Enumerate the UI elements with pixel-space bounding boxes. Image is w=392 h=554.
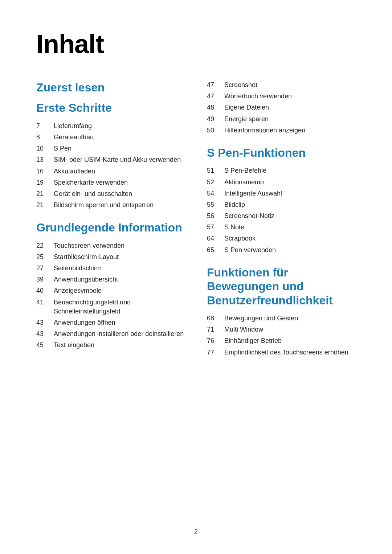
toc-number: 49 <box>207 115 224 124</box>
list-item: 56 Screenshot-Notiz <box>207 212 356 221</box>
toc-number: 71 <box>207 325 224 334</box>
toc-label: Intelligente Auswahl <box>224 189 282 198</box>
toc-label: Wörterbuch verwenden <box>224 92 292 101</box>
section-heading-spen-funktionen: S Pen-Funktionen <box>207 146 356 160</box>
toc-number: 43 <box>36 329 54 338</box>
toc-label: Bewegungen und Gesten <box>224 314 298 323</box>
toc-number: 22 <box>36 241 54 250</box>
toc-number: 76 <box>207 336 224 345</box>
toc-number: 68 <box>207 314 224 323</box>
toc-number: 47 <box>207 81 224 90</box>
toc-label: Startbildschirm-Layout <box>54 253 119 262</box>
list-item: 54 Intelligente Auswahl <box>207 189 356 198</box>
list-item: 43 Anwendungen installieren oder deinsta… <box>36 329 185 338</box>
list-item: 57 S Note <box>207 223 356 232</box>
list-item: 49 Energie sparen <box>207 115 356 124</box>
list-item: 25 Startbildschirm-Layout <box>36 253 185 262</box>
toc-number: 45 <box>36 341 54 350</box>
toc-label: Eigene Dateien <box>224 103 269 112</box>
toc-number: 65 <box>207 246 224 255</box>
list-item: 45 Text eingeben <box>36 341 185 350</box>
toc-number: 77 <box>207 348 224 357</box>
section-heading-erste-schritte: Erste Schritte <box>36 101 185 115</box>
toc-number: 47 <box>207 92 224 101</box>
toc-number: 56 <box>207 212 224 221</box>
toc-label: Energie sparen <box>224 115 269 124</box>
toc-number: 52 <box>207 178 224 187</box>
toc-number: 19 <box>36 178 54 187</box>
toc-label: S Pen-Befehle <box>224 166 266 175</box>
toc-label: Multi Window <box>224 325 263 334</box>
toc-label: S Pen verwenden <box>224 246 276 255</box>
toc-label: Screenshot <box>224 81 257 90</box>
list-item: 21 Bildschirm sperren und entsperren <box>36 201 185 210</box>
toc-number: 13 <box>36 155 54 164</box>
toc-label: Anwendungsübersicht <box>54 275 118 284</box>
section-heading-zuerst-lesen: Zuerst lesen <box>36 81 185 94</box>
toc-label: Hilfeinformationen anzeigen <box>224 126 305 135</box>
toc-label: Screenshot-Notiz <box>224 212 274 221</box>
toc-list-spen: 51 S Pen-Befehle 52 Aktionsmemo 54 Intel… <box>207 166 356 255</box>
list-item: 19 Speicherkarte verwenden <box>36 178 185 187</box>
list-item: 43 Anwendungen öffnen <box>36 318 185 327</box>
toc-label: SIM- oder USIM-Karte und Akku verwenden <box>54 155 181 164</box>
list-item: 65 S Pen verwenden <box>207 246 356 255</box>
toc-number: 55 <box>207 200 224 209</box>
toc-label: Anzeigesymbole <box>54 286 102 295</box>
list-item: 64 Scrapbook <box>207 234 356 243</box>
section-erste-schritte: Erste Schritte 7 Lieferumfang 8 Geräteau… <box>36 101 185 210</box>
toc-label: Touchscreen verwenden <box>54 241 124 250</box>
list-item: 8 Geräteaufbau <box>36 133 185 142</box>
toc-label: S Pen <box>54 144 72 153</box>
toc-number: 8 <box>36 133 54 142</box>
section-heading-bewegungen: Funktionen für Bewegungen und Benutzerfr… <box>207 266 356 307</box>
toc-list-erste-schritte: 7 Lieferumfang 8 Geräteaufbau 10 S Pen 1… <box>36 122 185 210</box>
list-item: 68 Bewegungen und Gesten <box>207 314 356 323</box>
toc-label: Bildschirm sperren und entsperren <box>54 201 154 210</box>
list-item: 47 Screenshot <box>207 81 356 90</box>
column-right: 47 Screenshot 47 Wörterbuch verwenden 48… <box>207 81 356 368</box>
list-item: 10 S Pen <box>36 144 185 153</box>
toc-number: 64 <box>207 234 224 243</box>
toc-number: 21 <box>36 189 54 198</box>
list-item: 22 Touchscreen verwenden <box>36 241 185 250</box>
toc-label: Einhändiger Betrieb <box>224 336 282 345</box>
toc-number: 39 <box>36 275 54 284</box>
section-spen-funktionen: S Pen-Funktionen 51 S Pen-Befehle 52 Akt… <box>207 146 356 255</box>
list-item: 77 Empfindlichkeit des Touchscreens erhö… <box>207 348 356 357</box>
toc-label: Lieferumfang <box>54 122 92 131</box>
list-item: 76 Einhändiger Betrieb <box>207 336 356 345</box>
list-item: 50 Hilfeinformationen anzeigen <box>207 126 356 135</box>
toc-list-bewegungen: 68 Bewegungen und Gesten 71 Multi Window… <box>207 314 356 357</box>
list-item: 39 Anwendungsübersicht <box>36 275 185 284</box>
toc-label: Seitenbildschirm <box>54 264 102 273</box>
list-item: 71 Multi Window <box>207 325 356 334</box>
list-item: 16 Akku aufladen <box>36 167 185 176</box>
toc-label: Anwendungen öffnen <box>54 318 115 327</box>
toc-number: 16 <box>36 167 54 176</box>
toc-list-continuation: 47 Screenshot 47 Wörterbuch verwenden 48… <box>207 81 356 135</box>
section-heading-grundlegende: Grundlegende Information <box>36 221 185 234</box>
page-title: Inhalt <box>36 29 356 59</box>
toc-label: Aktionsmemo <box>224 178 264 187</box>
list-item: 55 Bildclip <box>207 200 356 209</box>
list-item: 47 Wörterbuch verwenden <box>207 92 356 101</box>
section-zuerst-lesen: Zuerst lesen <box>36 81 185 94</box>
toc-number: 40 <box>36 286 54 295</box>
toc-number: 21 <box>36 201 54 210</box>
toc-label: Gerät ein- und ausschalten <box>54 189 132 198</box>
toc-number: 41 <box>36 298 54 307</box>
list-item: 13 SIM- oder USIM-Karte und Akku verwend… <box>36 155 185 164</box>
list-item: 40 Anzeigesymbole <box>36 286 185 295</box>
toc-number: 48 <box>207 103 224 112</box>
section-grundlegende: Grundlegende Information 22 Touchscreen … <box>36 221 185 350</box>
list-item: 41 Benachrichtigungsfeld und Schnelleins… <box>36 298 185 316</box>
two-column-layout: Zuerst lesen Erste Schritte 7 Lieferumfa… <box>36 81 356 368</box>
toc-label: Anwendungen installieren oder deinstalli… <box>54 329 184 338</box>
toc-number: 10 <box>36 144 54 153</box>
toc-number: 50 <box>207 126 224 135</box>
list-item: 21 Gerät ein- und ausschalten <box>36 189 185 198</box>
toc-number: 43 <box>36 318 54 327</box>
list-item: 52 Aktionsmemo <box>207 178 356 187</box>
toc-number: 25 <box>36 253 54 262</box>
